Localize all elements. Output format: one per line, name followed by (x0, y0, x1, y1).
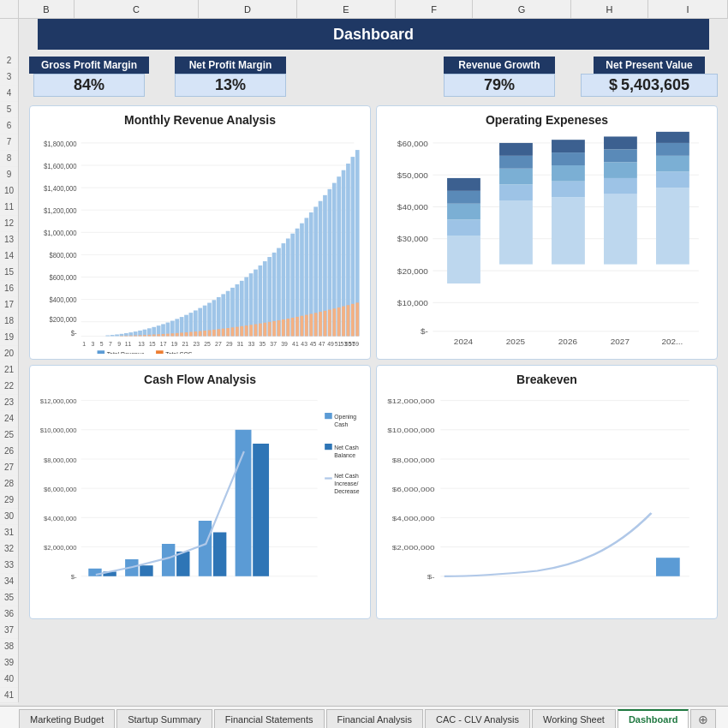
svg-text:35: 35 (260, 340, 266, 347)
svg-text:$50,000: $50,000 (397, 172, 428, 180)
svg-text:7: 7 (109, 340, 112, 347)
monthly-revenue-chart: Monthly Revenue Analysis $1,800,000 $1,6… (29, 105, 371, 360)
svg-text:$12,000,000: $12,000,000 (387, 397, 434, 405)
svg-text:19: 19 (171, 340, 178, 347)
svg-text:$1,200,000: $1,200,000 (44, 207, 77, 215)
svg-rect-98 (291, 318, 295, 337)
svg-text:$8,000,000: $8,000,000 (392, 456, 435, 463)
svg-rect-20 (105, 336, 110, 337)
svg-rect-175 (447, 236, 480, 283)
svg-rect-66 (217, 329, 220, 336)
cash-flow-chart: Cash Flow Analysis $12,000,000 $10,000,0… (29, 365, 371, 619)
svg-text:23: 23 (193, 340, 200, 347)
svg-text:$2,000,000: $2,000,000 (392, 544, 435, 552)
tab-bar: Marketing Budget Startup Summary Financi… (0, 706, 728, 728)
svg-rect-76 (240, 326, 243, 337)
svg-text:$40,000: $40,000 (397, 204, 428, 212)
breakeven-area: $12,000,000 $10,000,000 $8,000,000 $6,00… (385, 390, 708, 613)
kpi-net-profit-label: Net Profit Margin (175, 57, 286, 74)
svg-text:Increase/: Increase/ (334, 480, 358, 486)
tab-add-button[interactable]: ⊕ (690, 709, 716, 728)
tab-financial-analysis[interactable]: Financial Analysis (326, 709, 423, 728)
svg-rect-114 (328, 310, 331, 337)
col-header-e: E (297, 0, 396, 18)
svg-rect-194 (604, 136, 637, 149)
kpi-revenue-growth-label: Revenue Growth (444, 57, 555, 74)
svg-text:33: 33 (248, 340, 255, 347)
operating-expenses-area: $60,000 $50,000 $40,000 $30,000 $20,000 … (385, 130, 708, 354)
svg-text:$800,000: $800,000 (49, 252, 77, 260)
tab-cac-clv-analysis[interactable]: CAC - CLV Analysis (425, 709, 530, 728)
svg-rect-198 (656, 143, 689, 156)
svg-text:29: 29 (226, 340, 233, 347)
svg-rect-36 (147, 335, 151, 337)
svg-text:$6,000,000: $6,000,000 (44, 486, 77, 493)
svg-rect-177 (447, 204, 480, 220)
svg-rect-225 (199, 521, 212, 576)
svg-rect-72 (231, 327, 235, 336)
svg-text:11: 11 (125, 340, 132, 347)
svg-text:2027: 2027 (611, 338, 630, 346)
svg-text:39: 39 (281, 340, 288, 347)
svg-rect-38 (152, 335, 156, 337)
svg-rect-184 (499, 143, 533, 156)
svg-text:$400,000: $400,000 (49, 296, 77, 304)
kpi-row: Gross Profit Margin 84% Net Profit Margi… (29, 57, 718, 97)
svg-rect-126 (355, 302, 359, 336)
svg-text:59: 59 (352, 340, 359, 347)
kpi-npv-value: $ 5,403,605 (581, 74, 718, 97)
operating-expenses-title: Operating Expeneses (385, 113, 708, 127)
svg-rect-26 (124, 336, 128, 337)
svg-rect-22 (115, 334, 119, 336)
svg-rect-94 (282, 319, 285, 337)
svg-rect-190 (604, 194, 637, 265)
svg-rect-176 (447, 219, 480, 236)
svg-text:$-: $- (71, 573, 77, 581)
svg-text:2026: 2026 (558, 338, 577, 346)
svg-rect-219 (88, 569, 101, 576)
tab-marketing-budget[interactable]: Marketing Budget (19, 709, 115, 728)
dashboard-title: Dashboard (333, 26, 414, 44)
svg-rect-226 (213, 533, 226, 576)
tab-financial-statements[interactable]: Financial Statements (214, 709, 325, 728)
svg-rect-21 (110, 335, 115, 336)
svg-text:2025: 2025 (506, 338, 525, 346)
svg-text:$10,000,000: $10,000,000 (387, 427, 434, 434)
svg-rect-197 (656, 156, 689, 172)
kpi-gross-profit-label: Gross Profit Margin (29, 57, 149, 74)
svg-rect-104 (305, 315, 308, 337)
svg-text:37: 37 (270, 340, 277, 347)
svg-text:15: 15 (149, 340, 156, 347)
tab-startup-summary[interactable]: Startup Summary (116, 709, 212, 728)
svg-text:$4,000,000: $4,000,000 (44, 515, 77, 522)
svg-rect-106 (309, 313, 313, 336)
svg-rect-178 (447, 191, 480, 204)
tab-working-sheet[interactable]: Working Sheet (532, 709, 616, 728)
cash-flow-area: $12,000,000 $10,000,000 $8,000,000 $6,00… (39, 390, 361, 613)
svg-text:25: 25 (204, 340, 211, 347)
svg-rect-78 (245, 325, 248, 336)
svg-text:47: 47 (319, 340, 325, 347)
kpi-net-profit: Net Profit Margin 13% (175, 57, 286, 97)
svg-text:3: 3 (91, 340, 94, 347)
svg-text:Net Cash: Net Cash (334, 473, 359, 479)
tab-dashboard[interactable]: Dashboard (618, 709, 689, 728)
kpi-gross-profit-value: 84% (33, 74, 145, 97)
svg-text:$30,000: $30,000 (397, 236, 428, 243)
svg-rect-222 (140, 565, 152, 576)
svg-text:21: 21 (182, 340, 189, 347)
col-header-b: B (19, 0, 75, 18)
svg-rect-253 (656, 558, 680, 576)
svg-text:$20,000: $20,000 (397, 268, 428, 276)
svg-rect-120 (342, 307, 345, 337)
svg-rect-80 (249, 325, 253, 336)
svg-text:$2,000,000: $2,000,000 (44, 544, 77, 552)
kpi-revenue-growth: Revenue Growth 79% (444, 57, 555, 97)
svg-text:43: 43 (301, 340, 307, 347)
breakeven-title: Breakeven (385, 373, 708, 386)
svg-rect-68 (222, 329, 225, 337)
svg-rect-179 (447, 178, 480, 191)
svg-rect-28 (129, 336, 133, 337)
svg-rect-50 (180, 332, 183, 336)
svg-text:Net Cash: Net Cash (334, 445, 359, 451)
